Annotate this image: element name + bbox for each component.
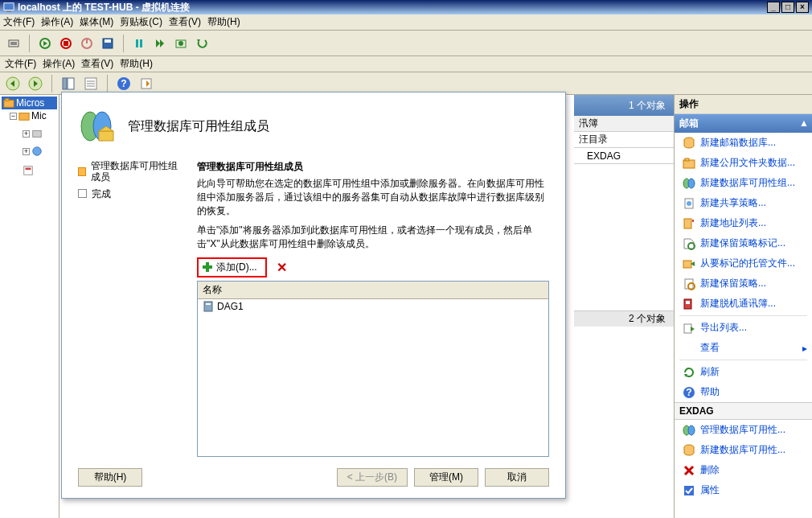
help-button[interactable]: 帮助(H) (78, 468, 142, 487)
svg-rect-12 (136, 39, 138, 47)
svg-point-46 (687, 201, 691, 206)
wizard-icon (78, 107, 117, 146)
manage-button[interactable]: 管理(M) (414, 468, 478, 487)
expand-icon[interactable]: + (23, 130, 30, 138)
forward-icon[interactable] (26, 75, 45, 92)
action-manage-dag[interactable]: 管理数据库可用性... (675, 420, 812, 440)
start-icon[interactable] (36, 35, 54, 52)
svg-rect-48 (692, 220, 694, 222)
right-title: 管理数据库可用性组成员 (197, 160, 549, 174)
back-icon[interactable] (3, 75, 23, 92)
action-new-retention-tag[interactable]: 新建保留策略标记... (675, 233, 812, 253)
step-2: 完成 (78, 188, 182, 199)
action-export-list[interactable]: 导出列表... (675, 318, 812, 338)
action-new-mailbox-db[interactable]: 新建邮箱数据库... (675, 133, 812, 153)
inner-menu-help[interactable]: 帮助(H) (120, 57, 153, 71)
close-button[interactable]: × (796, 2, 809, 13)
reset-icon[interactable] (151, 35, 169, 52)
tree-child[interactable]: − Mic (2, 109, 57, 122)
inner-menu-view[interactable]: 查看(V) (81, 57, 113, 71)
svg-text:?: ? (686, 387, 691, 398)
action-properties[interactable]: 属性 (675, 480, 812, 500)
svg-rect-0 (4, 3, 14, 10)
action-help[interactable]: ?帮助 (675, 382, 812, 402)
collapse-icon[interactable]: ▲ (799, 117, 809, 129)
save-icon[interactable] (99, 35, 117, 52)
action-delete[interactable]: 删除 (675, 460, 812, 480)
action-view[interactable]: 查看▸ (675, 338, 812, 358)
action-refresh[interactable]: 刷新 (675, 362, 812, 382)
svg-marker-18 (197, 39, 200, 43)
svg-rect-73 (203, 265, 212, 269)
minimize-button[interactable]: _ (767, 2, 780, 13)
svg-point-17 (178, 41, 183, 46)
help-icon[interactable]: ? (114, 75, 133, 92)
object-count-1: 1 个对象 (629, 99, 666, 113)
cancel-button[interactable]: 取消 (485, 468, 549, 487)
vm-toolbar (0, 31, 812, 56)
turnoff-icon[interactable] (57, 35, 75, 52)
vm-menu-view[interactable]: 查看(V) (169, 15, 201, 29)
svg-text:?: ? (121, 78, 126, 89)
center-row[interactable]: EXDAG (574, 148, 674, 164)
vm-menu-action[interactable]: 操作(A) (41, 15, 73, 29)
inner-menu-action[interactable]: 操作(A) (43, 57, 75, 71)
tree-leaf3[interactable] (2, 164, 57, 177)
svg-rect-11 (105, 39, 111, 43)
svg-point-63 (688, 426, 695, 435)
tree-root[interactable]: Micros (2, 97, 57, 109)
dialog-title: 管理数据库可用性组成员 (128, 118, 269, 135)
svg-rect-42 (685, 158, 689, 161)
export-icon[interactable] (137, 75, 156, 92)
vm-menu-file[interactable]: 文件(F) (3, 15, 35, 29)
action-new-retention-policy[interactable]: 新建保留策略... (675, 273, 812, 294)
revert-icon[interactable] (193, 35, 211, 52)
action-new-oab[interactable]: 新建脱机通讯簿... (675, 294, 812, 314)
svg-rect-3 (10, 42, 17, 45)
tree-leaf1[interactable]: + (2, 127, 57, 140)
actions-subheader: EXDAG (675, 402, 812, 420)
maximize-button[interactable]: □ (781, 2, 794, 13)
vm-menu-media[interactable]: 媒体(M) (80, 15, 113, 29)
action-new-pf-db[interactable]: 新建公用文件夹数据... (675, 153, 812, 173)
center-tab1-label: 汛簿 (579, 117, 598, 130)
dialog-buttons: 帮助(H) < 上一步(B) 管理(M) 取消 (78, 457, 549, 487)
center-tab2[interactable]: 汪目录 (574, 132, 674, 148)
actions-header[interactable]: 邮箱 ▲ (675, 114, 812, 133)
tree-panel: Micros − Mic + + (0, 95, 59, 518)
tree-child-label: Mic (31, 110, 47, 121)
snapshot-icon[interactable] (172, 35, 190, 52)
action-new-share-policy[interactable]: 新建共享策略... (675, 193, 812, 213)
vm-titlebar: localhost 上的 TEST-HUB - 虚拟机连接 _ □ × (0, 0, 812, 14)
server-listbox[interactable]: 名称 DAG1 (197, 281, 549, 457)
ctrl-alt-del-icon[interactable] (5, 35, 23, 52)
back-button: < 上一步(B) (337, 468, 408, 487)
plus-icon (202, 261, 213, 273)
remove-button[interactable]: ✕ (277, 260, 287, 275)
tree-leaf2[interactable]: + (2, 145, 57, 158)
server-icon (203, 301, 214, 312)
action-from-managed[interactable]: 从要标记的托管文件... (675, 253, 812, 273)
add-button[interactable]: 添加(D)... (197, 257, 267, 278)
action-new-dag2[interactable]: 新建数据库可用性... (675, 440, 812, 460)
shutdown-icon[interactable] (78, 35, 96, 52)
center-header: 1 个对象 (574, 95, 674, 116)
svg-point-37 (33, 147, 42, 156)
show-tree-icon[interactable] (59, 75, 78, 92)
wizard-steps: 管理数据库可用性组成员 完成 (78, 160, 182, 457)
pause-icon[interactable] (130, 35, 148, 52)
expand-icon[interactable]: + (23, 148, 30, 155)
chevron-right-icon: ▸ (802, 343, 807, 354)
object-count-2: 2 个对象 (629, 312, 666, 326)
action-new-address-list[interactable]: 新建地址列表... (675, 213, 812, 233)
vm-title: localhost 上的 TEST-HUB - 虚拟机连接 (18, 1, 190, 14)
inner-menu-file[interactable]: 文件(F) (5, 57, 36, 71)
tree-expander-icon[interactable]: − (10, 113, 17, 120)
list-row-dag1[interactable]: DAG1 (198, 299, 548, 314)
vm-menu-clipboard[interactable]: 剪贴板(C) (120, 15, 162, 29)
properties-icon[interactable] (81, 75, 100, 92)
center-tab1[interactable]: 汛簿 (574, 116, 674, 132)
svg-rect-24 (68, 78, 74, 89)
action-new-dag[interactable]: 新建数据库可用性组... (675, 173, 812, 193)
vm-menu-help[interactable]: 帮助(H) (207, 15, 240, 29)
